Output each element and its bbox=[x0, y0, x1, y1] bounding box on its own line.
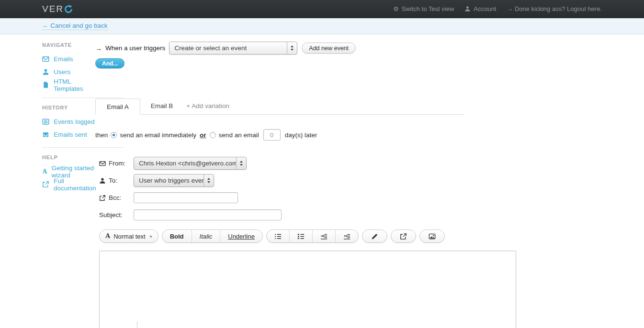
from-label-group: From: bbox=[99, 160, 134, 167]
tab-email-b[interactable]: Email B bbox=[140, 98, 184, 114]
caret-down-icon: ▾ bbox=[150, 234, 152, 239]
cancel-go-back-link[interactable]: ← Cancel and go back bbox=[42, 22, 108, 30]
logout-link[interactable]: → Done kicking ass? Logout here. bbox=[507, 5, 602, 12]
delay-suffix-label: day(s) later bbox=[285, 131, 317, 139]
sidebar-item-getting-started[interactable]: A Getting started wizard bbox=[42, 165, 95, 178]
and-button[interactable]: And... bbox=[95, 58, 124, 68]
ordered-list-button[interactable] bbox=[289, 230, 312, 242]
underline-button[interactable]: Underline bbox=[220, 230, 262, 242]
tab-email-a[interactable]: Email A bbox=[95, 98, 140, 115]
from-select-value: Chris Hexton <chris@getvero.com> bbox=[134, 157, 236, 169]
email-body-editor[interactable] bbox=[99, 251, 516, 328]
bcc-label-group: Bcc: bbox=[99, 194, 134, 201]
from-select[interactable]: Chris Hexton <chris@getvero.com> bbox=[134, 157, 247, 170]
vero-logo[interactable]: VER bbox=[42, 4, 73, 14]
page-edge-line bbox=[137, 321, 137, 328]
subject-label-group: Subject: bbox=[99, 211, 134, 219]
action-bar: ← Cancel and go back bbox=[0, 18, 644, 34]
bcc-input[interactable] bbox=[134, 192, 238, 203]
add-variation-link[interactable]: + Add variation bbox=[183, 98, 232, 114]
sidebar-heading-help: HELP bbox=[42, 154, 95, 160]
email-variation-tabs: Email A Email B + Add variation bbox=[95, 98, 463, 115]
sidebar-item-users[interactable]: Users bbox=[42, 66, 95, 78]
and-condition-row: And... bbox=[95, 58, 644, 68]
external-link-icon bbox=[400, 233, 407, 240]
edit-html-button[interactable] bbox=[362, 230, 387, 243]
send-delayed-radio[interactable] bbox=[210, 132, 216, 138]
format-dropdown[interactable]: A Normal text ▾ bbox=[99, 230, 158, 243]
wizard-font-icon: A bbox=[42, 168, 47, 175]
add-new-event-button[interactable]: Add new event bbox=[302, 43, 356, 54]
editor-toolbar: A Normal text ▾ Bold Italic Underline bbox=[99, 230, 644, 243]
vero-logo-text: VER bbox=[42, 4, 64, 14]
sidebar-item-label: Getting started wizard bbox=[51, 164, 95, 179]
account-link[interactable]: Account bbox=[464, 5, 496, 12]
sidebar-item-events-logged[interactable]: Events logged bbox=[42, 115, 95, 128]
sidebar-heading-navigate: NAVIGATE bbox=[42, 42, 95, 48]
external-link-icon bbox=[99, 195, 106, 201]
then-label: then bbox=[95, 131, 108, 139]
unordered-list-button[interactable] bbox=[267, 230, 289, 242]
sidebar-item-label: Users bbox=[54, 68, 70, 76]
external-link-icon bbox=[42, 181, 49, 188]
send-immediately-label[interactable]: send an email immediately bbox=[120, 131, 196, 139]
sidebar-item-label: Emails sent bbox=[54, 131, 87, 138]
from-label: From: bbox=[109, 160, 125, 167]
event-select[interactable]: Create or select an event bbox=[169, 42, 297, 55]
subject-label: Subject: bbox=[99, 211, 123, 219]
sidebar-item-emails[interactable]: Emails bbox=[42, 53, 95, 66]
subject-row: Subject: bbox=[99, 208, 644, 221]
to-row: To: User who triggers event bbox=[99, 174, 644, 187]
trigger-row: → When a user triggers Create or select … bbox=[95, 42, 644, 55]
send-delayed-label[interactable]: send an email bbox=[219, 131, 259, 139]
sidebar-item-emails-sent[interactable]: Emails sent bbox=[42, 128, 95, 141]
to-label-group: To: bbox=[99, 177, 134, 184]
text-style-group: Bold Italic Underline bbox=[162, 230, 263, 243]
pencil-icon bbox=[371, 233, 378, 240]
event-list-icon bbox=[42, 118, 49, 125]
select-stepper-icon bbox=[203, 175, 214, 186]
or-label: or bbox=[200, 131, 206, 139]
format-label: Normal text bbox=[113, 233, 145, 240]
to-select[interactable]: User who triggers event bbox=[134, 174, 214, 187]
page-content: NAVIGATE Emails Users HTML Templ bbox=[0, 34, 644, 328]
arrow-right-icon: → bbox=[95, 44, 102, 52]
sidebar-item-label: Emails bbox=[54, 55, 73, 63]
vero-logo-swoosh-icon bbox=[64, 5, 73, 13]
user-icon bbox=[42, 68, 49, 76]
bcc-row: Bcc: bbox=[99, 191, 644, 204]
switch-to-test-view-link[interactable]: ⚙ Switch to Test view bbox=[393, 5, 454, 12]
indent-button[interactable] bbox=[312, 230, 335, 242]
unordered-list-icon bbox=[274, 233, 282, 240]
file-icon bbox=[42, 81, 49, 88]
account-label: Account bbox=[474, 5, 496, 12]
bold-button[interactable]: Bold bbox=[162, 230, 192, 242]
outdent-button[interactable] bbox=[335, 230, 358, 242]
font-icon: A bbox=[105, 232, 110, 240]
envelope-icon bbox=[42, 55, 49, 63]
envelope-icon bbox=[99, 160, 106, 167]
select-stepper-icon bbox=[236, 157, 246, 169]
delay-days-input[interactable] bbox=[263, 129, 281, 141]
sidebar-item-label: Events logged bbox=[54, 118, 95, 125]
to-select-value: User who triggers event bbox=[134, 175, 203, 186]
email-header-form: From: Chris Hexton <chris@getvero.com> bbox=[99, 157, 644, 221]
insert-link-button[interactable] bbox=[391, 230, 416, 243]
gear-icon: ⚙ bbox=[393, 6, 399, 12]
image-icon bbox=[429, 233, 436, 240]
logout-label: → Done kicking ass? Logout here. bbox=[507, 5, 602, 12]
user-icon bbox=[464, 6, 471, 12]
user-icon bbox=[99, 177, 106, 184]
insert-image-button[interactable] bbox=[419, 230, 445, 243]
subject-input[interactable] bbox=[134, 209, 282, 220]
switch-to-test-view-label: Switch to Test view bbox=[402, 5, 454, 12]
topbar-links: ⚙ Switch to Test view Account → Done kic… bbox=[393, 5, 602, 12]
app-window: VER ⚙ Switch to Test view Account → Done… bbox=[0, 0, 644, 328]
sidebar-item-html-templates[interactable]: HTML Templates bbox=[42, 78, 95, 91]
sidebar-item-full-documentation[interactable]: Full documentation bbox=[42, 178, 95, 191]
italic-button[interactable]: Italic bbox=[192, 230, 220, 242]
select-stepper-icon bbox=[287, 42, 297, 54]
sidebar-item-label: Full documentation bbox=[54, 177, 96, 192]
send-immediately-radio[interactable] bbox=[111, 132, 117, 138]
list-indent-group bbox=[266, 230, 359, 243]
